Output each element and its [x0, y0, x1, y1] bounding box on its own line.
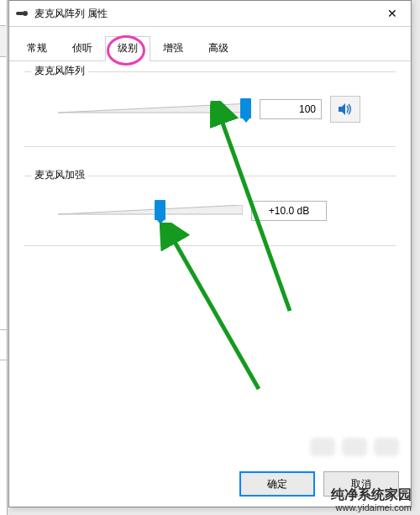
tab-enhance[interactable]: 增强	[150, 36, 196, 61]
mic-boost-value[interactable]	[251, 201, 327, 221]
slider-thumb[interactable]	[240, 98, 251, 118]
tab-label: 侦听	[72, 42, 92, 54]
title-left: 麦克风阵列 属性	[16, 7, 108, 21]
close-icon: ✕	[387, 7, 397, 20]
close-button[interactable]: ✕	[373, 1, 411, 26]
slider-thumb[interactable]	[155, 200, 165, 220]
cancel-button[interactable]: 取消	[323, 471, 399, 497]
mic-icon	[16, 8, 29, 18]
tabstrip: 常规 侦听 级别 增强 高级	[9, 35, 411, 61]
svg-marker-1	[339, 103, 345, 115]
cancel-button-label: 取消	[351, 477, 371, 491]
tab-content: 麦克风阵列	[9, 55, 411, 246]
background-divider	[0, 329, 7, 330]
tab-label: 高级	[208, 42, 228, 54]
blob	[342, 438, 367, 456]
svg-marker-2	[58, 205, 243, 214]
mute-toggle-button[interactable]	[330, 96, 360, 123]
group-mic-array-label: 麦克风阵列	[31, 64, 88, 78]
tab-general[interactable]: 常规	[14, 36, 60, 61]
background-edge	[0, 0, 8, 515]
mic-boost-row	[58, 200, 387, 222]
speaker-icon	[338, 102, 353, 116]
window-title: 麦克风阵列 属性	[34, 7, 108, 21]
slider-track	[58, 205, 243, 215]
svg-marker-0	[58, 103, 251, 113]
slider-track	[58, 103, 251, 113]
dialog-buttons: 确定 取消	[239, 471, 399, 497]
group-mic-boost: 麦克风加强	[24, 176, 396, 246]
group-mic-array: 麦克风阵列	[24, 71, 396, 147]
properties-dialog: 麦克风阵列 属性 ✕ 常规 侦听 级别 增强 高级 麦克风阵列	[8, 0, 412, 507]
mic-array-row	[58, 96, 387, 123]
blob	[310, 438, 335, 456]
tab-levels[interactable]: 级别	[105, 36, 150, 61]
background-divider	[0, 360, 7, 360]
tab-advanced[interactable]: 高级	[196, 36, 241, 61]
mic-boost-slider[interactable]	[58, 200, 243, 222]
background-decoration	[310, 438, 399, 456]
tab-label: 常规	[27, 42, 47, 54]
tab-label: 增强	[163, 42, 183, 54]
screen: 麦克风阵列 属性 ✕ 常规 侦听 级别 增强 高级 麦克风阵列	[0, 0, 420, 515]
tab-label: 级别	[118, 42, 138, 54]
titlebar: 麦克风阵列 属性 ✕	[9, 1, 411, 27]
blob	[374, 438, 399, 456]
mic-array-value[interactable]	[260, 99, 322, 119]
ok-button-label: 确定	[267, 477, 287, 491]
tab-listen[interactable]: 侦听	[60, 36, 105, 61]
background-partial-button	[0, 25, 6, 57]
ok-button[interactable]: 确定	[239, 471, 315, 497]
group-mic-boost-label: 麦克风加强	[31, 168, 88, 182]
mic-array-slider[interactable]	[58, 98, 251, 120]
